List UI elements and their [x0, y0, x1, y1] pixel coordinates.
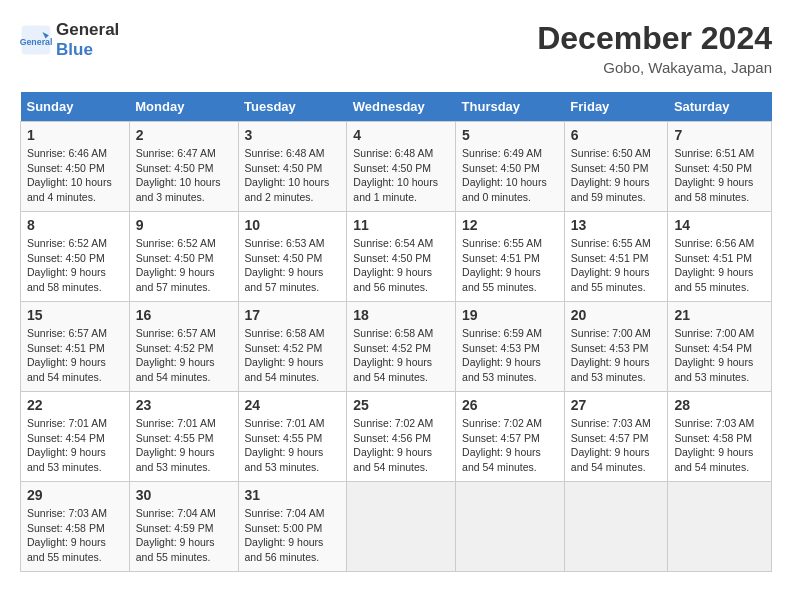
day-info: Sunrise: 7:04 AM Sunset: 4:59 PM Dayligh… — [136, 506, 232, 565]
day-number: 24 — [245, 397, 341, 413]
day-info: Sunrise: 6:58 AM Sunset: 4:52 PM Dayligh… — [245, 326, 341, 385]
day-cell: 19Sunrise: 6:59 AM Sunset: 4:53 PM Dayli… — [456, 302, 565, 392]
day-cell: 31Sunrise: 7:04 AM Sunset: 5:00 PM Dayli… — [238, 482, 347, 572]
day-info: Sunrise: 7:01 AM Sunset: 4:54 PM Dayligh… — [27, 416, 123, 475]
day-info: Sunrise: 6:48 AM Sunset: 4:50 PM Dayligh… — [245, 146, 341, 205]
day-cell — [564, 482, 668, 572]
day-info: Sunrise: 6:51 AM Sunset: 4:50 PM Dayligh… — [674, 146, 765, 205]
day-number: 23 — [136, 397, 232, 413]
month-year: December 2024 — [537, 20, 772, 57]
day-number: 19 — [462, 307, 558, 323]
day-cell: 11Sunrise: 6:54 AM Sunset: 4:50 PM Dayli… — [347, 212, 456, 302]
day-number: 31 — [245, 487, 341, 503]
day-info: Sunrise: 7:00 AM Sunset: 4:53 PM Dayligh… — [571, 326, 662, 385]
day-number: 13 — [571, 217, 662, 233]
day-cell: 23Sunrise: 7:01 AM Sunset: 4:55 PM Dayli… — [129, 392, 238, 482]
day-cell: 17Sunrise: 6:58 AM Sunset: 4:52 PM Dayli… — [238, 302, 347, 392]
logo: General General Blue — [20, 20, 119, 61]
day-info: Sunrise: 6:52 AM Sunset: 4:50 PM Dayligh… — [27, 236, 123, 295]
day-number: 30 — [136, 487, 232, 503]
calendar-header-row: SundayMondayTuesdayWednesdayThursdayFrid… — [21, 92, 772, 122]
day-cell: 16Sunrise: 6:57 AM Sunset: 4:52 PM Dayli… — [129, 302, 238, 392]
day-info: Sunrise: 7:03 AM Sunset: 4:58 PM Dayligh… — [27, 506, 123, 565]
day-cell: 3Sunrise: 6:48 AM Sunset: 4:50 PM Daylig… — [238, 122, 347, 212]
column-header-monday: Monday — [129, 92, 238, 122]
day-cell: 15Sunrise: 6:57 AM Sunset: 4:51 PM Dayli… — [21, 302, 130, 392]
day-cell: 20Sunrise: 7:00 AM Sunset: 4:53 PM Dayli… — [564, 302, 668, 392]
day-info: Sunrise: 7:04 AM Sunset: 5:00 PM Dayligh… — [245, 506, 341, 565]
logo-line1: General — [56, 20, 119, 40]
day-cell: 26Sunrise: 7:02 AM Sunset: 4:57 PM Dayli… — [456, 392, 565, 482]
day-info: Sunrise: 7:02 AM Sunset: 4:57 PM Dayligh… — [462, 416, 558, 475]
column-header-sunday: Sunday — [21, 92, 130, 122]
column-header-saturday: Saturday — [668, 92, 772, 122]
day-info: Sunrise: 6:48 AM Sunset: 4:50 PM Dayligh… — [353, 146, 449, 205]
day-cell: 22Sunrise: 7:01 AM Sunset: 4:54 PM Dayli… — [21, 392, 130, 482]
day-info: Sunrise: 7:03 AM Sunset: 4:58 PM Dayligh… — [674, 416, 765, 475]
day-info: Sunrise: 6:57 AM Sunset: 4:52 PM Dayligh… — [136, 326, 232, 385]
day-info: Sunrise: 7:01 AM Sunset: 4:55 PM Dayligh… — [136, 416, 232, 475]
day-number: 4 — [353, 127, 449, 143]
day-info: Sunrise: 6:49 AM Sunset: 4:50 PM Dayligh… — [462, 146, 558, 205]
day-info: Sunrise: 6:58 AM Sunset: 4:52 PM Dayligh… — [353, 326, 449, 385]
week-row-5: 29Sunrise: 7:03 AM Sunset: 4:58 PM Dayli… — [21, 482, 772, 572]
day-number: 3 — [245, 127, 341, 143]
calendar-table: SundayMondayTuesdayWednesdayThursdayFrid… — [20, 92, 772, 572]
day-info: Sunrise: 6:50 AM Sunset: 4:50 PM Dayligh… — [571, 146, 662, 205]
day-info: Sunrise: 6:52 AM Sunset: 4:50 PM Dayligh… — [136, 236, 232, 295]
day-number: 18 — [353, 307, 449, 323]
day-info: Sunrise: 6:59 AM Sunset: 4:53 PM Dayligh… — [462, 326, 558, 385]
day-number: 29 — [27, 487, 123, 503]
calendar-body: 1Sunrise: 6:46 AM Sunset: 4:50 PM Daylig… — [21, 122, 772, 572]
day-number: 28 — [674, 397, 765, 413]
day-cell: 13Sunrise: 6:55 AM Sunset: 4:51 PM Dayli… — [564, 212, 668, 302]
svg-text:General: General — [20, 37, 52, 47]
week-row-3: 15Sunrise: 6:57 AM Sunset: 4:51 PM Dayli… — [21, 302, 772, 392]
day-number: 10 — [245, 217, 341, 233]
day-info: Sunrise: 6:46 AM Sunset: 4:50 PM Dayligh… — [27, 146, 123, 205]
day-cell — [347, 482, 456, 572]
day-info: Sunrise: 6:53 AM Sunset: 4:50 PM Dayligh… — [245, 236, 341, 295]
day-number: 27 — [571, 397, 662, 413]
day-cell: 21Sunrise: 7:00 AM Sunset: 4:54 PM Dayli… — [668, 302, 772, 392]
day-cell: 28Sunrise: 7:03 AM Sunset: 4:58 PM Dayli… — [668, 392, 772, 482]
day-cell: 6Sunrise: 6:50 AM Sunset: 4:50 PM Daylig… — [564, 122, 668, 212]
day-cell: 24Sunrise: 7:01 AM Sunset: 4:55 PM Dayli… — [238, 392, 347, 482]
day-number: 12 — [462, 217, 558, 233]
page-header: General General Blue December 2024 Gobo,… — [20, 20, 772, 76]
day-number: 2 — [136, 127, 232, 143]
day-cell: 18Sunrise: 6:58 AM Sunset: 4:52 PM Dayli… — [347, 302, 456, 392]
day-info: Sunrise: 6:54 AM Sunset: 4:50 PM Dayligh… — [353, 236, 449, 295]
day-cell: 9Sunrise: 6:52 AM Sunset: 4:50 PM Daylig… — [129, 212, 238, 302]
day-cell: 10Sunrise: 6:53 AM Sunset: 4:50 PM Dayli… — [238, 212, 347, 302]
day-info: Sunrise: 6:56 AM Sunset: 4:51 PM Dayligh… — [674, 236, 765, 295]
logo-icon: General — [20, 24, 52, 56]
day-info: Sunrise: 6:57 AM Sunset: 4:51 PM Dayligh… — [27, 326, 123, 385]
day-number: 22 — [27, 397, 123, 413]
day-number: 6 — [571, 127, 662, 143]
day-cell: 4Sunrise: 6:48 AM Sunset: 4:50 PM Daylig… — [347, 122, 456, 212]
day-number: 16 — [136, 307, 232, 323]
day-number: 9 — [136, 217, 232, 233]
day-number: 17 — [245, 307, 341, 323]
day-cell — [456, 482, 565, 572]
day-number: 5 — [462, 127, 558, 143]
day-info: Sunrise: 7:00 AM Sunset: 4:54 PM Dayligh… — [674, 326, 765, 385]
day-info: Sunrise: 7:01 AM Sunset: 4:55 PM Dayligh… — [245, 416, 341, 475]
day-cell: 27Sunrise: 7:03 AM Sunset: 4:57 PM Dayli… — [564, 392, 668, 482]
day-cell — [668, 482, 772, 572]
column-header-friday: Friday — [564, 92, 668, 122]
day-cell: 2Sunrise: 6:47 AM Sunset: 4:50 PM Daylig… — [129, 122, 238, 212]
day-number: 14 — [674, 217, 765, 233]
column-header-thursday: Thursday — [456, 92, 565, 122]
day-info: Sunrise: 6:55 AM Sunset: 4:51 PM Dayligh… — [462, 236, 558, 295]
day-cell: 7Sunrise: 6:51 AM Sunset: 4:50 PM Daylig… — [668, 122, 772, 212]
day-info: Sunrise: 7:02 AM Sunset: 4:56 PM Dayligh… — [353, 416, 449, 475]
day-cell: 8Sunrise: 6:52 AM Sunset: 4:50 PM Daylig… — [21, 212, 130, 302]
day-number: 25 — [353, 397, 449, 413]
day-info: Sunrise: 6:55 AM Sunset: 4:51 PM Dayligh… — [571, 236, 662, 295]
location: Gobo, Wakayama, Japan — [537, 59, 772, 76]
day-cell: 1Sunrise: 6:46 AM Sunset: 4:50 PM Daylig… — [21, 122, 130, 212]
day-number: 11 — [353, 217, 449, 233]
day-number: 26 — [462, 397, 558, 413]
